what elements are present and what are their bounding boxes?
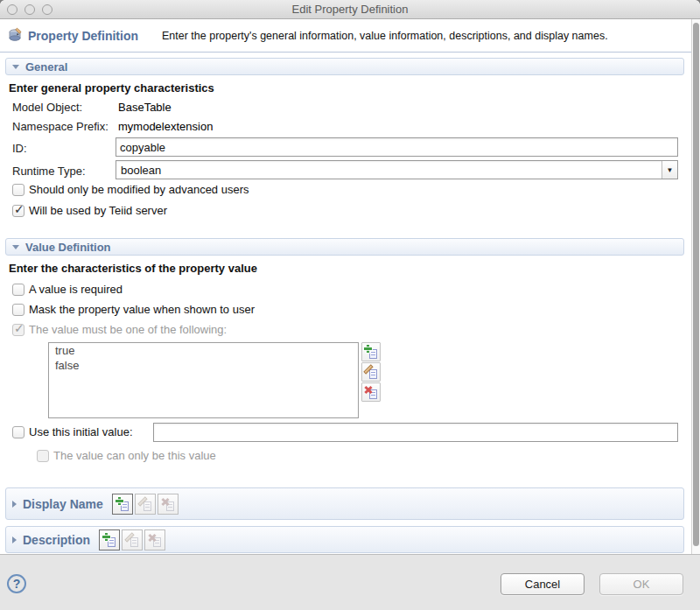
section-title: Value Definition <box>25 241 111 254</box>
delete-item-icon <box>364 385 378 399</box>
edit-item-icon <box>364 365 378 379</box>
check-icon: ✓ <box>14 321 24 335</box>
edit-description-button <box>122 529 143 550</box>
list-item[interactable]: true <box>49 343 358 358</box>
vertical-scrollbar[interactable] <box>691 19 700 554</box>
delete-item-icon <box>148 533 162 547</box>
one-of-following-label: The value must be one of the following: <box>29 323 227 336</box>
general-subtitle: Enter general property characteristics <box>9 81 214 95</box>
one-of-following-checkbox: ✓ <box>12 324 24 336</box>
namespace-prefix-value: mymodelextension <box>118 120 213 133</box>
value-required-checkbox-row: ✓ A value is required <box>12 283 122 296</box>
delete-display-name-button <box>158 494 178 515</box>
teiid-server-label: Will be used by Teiid server <box>29 204 167 217</box>
edit-display-name-button <box>135 494 156 515</box>
id-label: ID: <box>12 142 27 155</box>
window-title: Edit Property Definition <box>0 0 700 19</box>
edit-item-icon <box>138 497 152 511</box>
section-title: General <box>25 60 67 74</box>
advanced-users-checkbox[interactable]: ✓ <box>12 184 24 196</box>
add-description-button[interactable] <box>99 529 120 550</box>
scrollbar-thumb[interactable] <box>693 23 699 546</box>
namespace-prefix-label: Namespace Prefix: <box>12 120 108 133</box>
id-input[interactable] <box>116 137 678 157</box>
only-this-value-label: The value can only be this value <box>53 449 216 462</box>
ok-button: OK <box>599 573 683 595</box>
advanced-users-label: Should only be modified by advanced user… <box>29 183 249 196</box>
list-item[interactable]: false <box>49 358 358 373</box>
initial-value-label: Use this initial value: <box>29 425 133 438</box>
initial-value-checkbox[interactable]: ✓ <box>12 426 24 438</box>
section-header-display-name[interactable]: Display Name <box>5 487 684 520</box>
runtime-type-label: Runtime Type: <box>12 165 86 178</box>
section-header-general[interactable]: General <box>5 58 684 75</box>
twistie-collapsed-icon <box>12 501 17 508</box>
allowed-values-list[interactable]: true false <box>48 342 359 418</box>
dialog-description: Enter the property's general information… <box>162 30 608 42</box>
property-definition-icon <box>8 27 24 43</box>
advanced-users-checkbox-row: ✓ Should only be modified by advanced us… <box>12 183 249 196</box>
one-of-following-checkbox-row: ✓ The value must be one of the following… <box>12 323 227 336</box>
check-icon: ✓ <box>14 202 24 216</box>
runtime-type-value: boolean <box>116 164 662 177</box>
section-header-description[interactable]: Description <box>5 526 684 553</box>
delete-value-button[interactable] <box>361 382 381 402</box>
edit-property-definition-dialog: Edit Property Definition Property Defini… <box>0 0 700 610</box>
value-required-label: A value is required <box>29 283 122 296</box>
initial-value-checkbox-row: ✓ Use this initial value: <box>12 425 133 438</box>
button-bar: ? Cancel OK <box>0 554 700 610</box>
value-definition-subtitle: Enter the characteristics of the propert… <box>9 262 257 275</box>
section-header-value-definition[interactable]: Value Definition <box>5 238 684 256</box>
teiid-server-checkbox[interactable]: ✓ <box>12 205 24 217</box>
model-object-value: BaseTable <box>118 101 172 114</box>
model-object-label: Model Object: <box>12 101 82 114</box>
twistie-open-icon <box>12 65 19 69</box>
description-toolbar <box>99 529 167 550</box>
delete-item-icon <box>161 497 175 511</box>
twistie-open-icon <box>12 245 19 249</box>
only-this-value-checkbox: ✓ <box>37 450 49 462</box>
display-name-toolbar <box>112 494 180 515</box>
section-title: Display Name <box>23 497 103 511</box>
mask-value-checkbox[interactable]: ✓ <box>12 304 24 316</box>
add-item-icon <box>116 497 130 511</box>
value-required-checkbox[interactable]: ✓ <box>12 284 24 296</box>
dialog-title: Property Definition <box>28 29 138 43</box>
teiid-server-checkbox-row: ✓ Will be used by Teiid server <box>12 204 167 217</box>
add-item-icon <box>364 345 378 359</box>
initial-value-input[interactable] <box>153 423 678 442</box>
cancel-button[interactable]: Cancel <box>500 573 584 595</box>
mask-value-checkbox-row: ✓ Mask the property value when shown to … <box>12 303 255 316</box>
title-bar: Edit Property Definition <box>0 0 700 19</box>
mask-value-label: Mask the property value when shown to us… <box>29 303 255 316</box>
edit-item-icon <box>125 533 139 547</box>
runtime-type-combo[interactable]: boolean ▼ <box>116 160 678 179</box>
dropdown-arrow-icon[interactable]: ▼ <box>662 161 677 179</box>
add-display-name-button[interactable] <box>112 494 133 515</box>
dialog-header: Property Definition Enter the property's… <box>0 20 691 53</box>
section-title: Description <box>23 533 90 547</box>
only-this-value-checkbox-row: ✓ The value can only be this value <box>37 449 216 462</box>
add-item-icon <box>102 533 116 547</box>
help-button[interactable]: ? <box>7 574 26 593</box>
add-value-button[interactable] <box>361 342 381 361</box>
delete-description-button <box>144 529 165 550</box>
twistie-collapsed-icon <box>12 536 17 543</box>
edit-value-button[interactable] <box>361 362 381 382</box>
